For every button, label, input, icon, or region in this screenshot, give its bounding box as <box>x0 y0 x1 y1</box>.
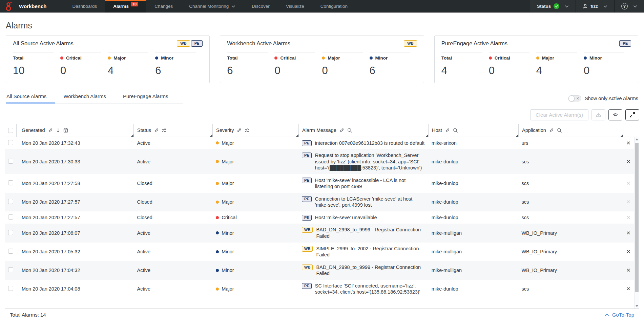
stat-label: Major <box>542 55 554 61</box>
sort-icon[interactable] <box>339 128 344 133</box>
stat-column: Critical 0 <box>274 52 315 77</box>
source-badge: WB <box>302 265 313 270</box>
close-icon[interactable]: ✕ <box>626 267 631 273</box>
source-badge: PE <box>302 178 312 183</box>
stat-column: Critical 0 <box>60 52 101 77</box>
severity-dot <box>216 288 219 291</box>
nav-item-alarms[interactable]: Alarms 10 <box>105 0 146 13</box>
stat-label: Critical <box>66 55 82 61</box>
help-menu[interactable]: ? <box>614 0 644 13</box>
stat-column: Major 4 <box>536 52 577 77</box>
card-stats: Total 6 Critical 0 Major 0 Minor 6 <box>227 52 417 77</box>
column-header-host: Host <box>429 124 519 137</box>
filter-icon[interactable] <box>245 128 249 133</box>
sort-icon[interactable] <box>445 128 450 133</box>
tab-workbench-alarms[interactable]: Workbench Alarms <box>63 91 115 104</box>
generated-cell: Mon 20 Jan 2020 17:04:32 <box>17 265 134 276</box>
arrow-down-icon[interactable] <box>56 128 60 133</box>
column-label: Host <box>432 128 442 133</box>
table-row[interactable]: Mon 20 Jan 2020 17:27:57 Closed Major PE… <box>5 193 634 211</box>
row-checkbox[interactable] <box>8 199 13 204</box>
table-row[interactable]: Mon 20 Jan 2020 17:04:32 Active Minor WB… <box>5 261 634 280</box>
nav-item-channel-monitoring[interactable]: Channel Monitoring <box>181 0 244 13</box>
nav-item-label: Visualize <box>286 4 304 9</box>
close-icon[interactable]: ✕ <box>626 286 631 292</box>
goto-top-link[interactable]: GoTo-Top <box>605 312 634 318</box>
status-menu-label: Status <box>537 4 551 9</box>
column-header-generated: Generated <box>17 124 134 137</box>
summary-card: PureEngage Active Alarms PE Total 4 Crit… <box>434 36 638 83</box>
source-badge: WB <box>302 227 313 233</box>
row-checkbox[interactable] <box>8 140 13 145</box>
tab-all-source-alarms[interactable]: All Source Alarms <box>6 91 55 104</box>
nav-item-discover[interactable]: Discover <box>244 0 278 13</box>
alarm-message: SIMPLE_2999_to_2002 - Registrar Connecti… <box>316 246 424 258</box>
close-icon[interactable]: ✕ <box>626 159 631 164</box>
user-icon <box>583 4 588 9</box>
alarms-table: GeneratedStatusSeverityAlarm MessageHost… <box>5 124 639 321</box>
stat-column: Critical 0 <box>489 52 529 77</box>
sort-icon[interactable] <box>549 128 554 133</box>
table-scrollbar[interactable] <box>634 137 639 308</box>
nav-item-changes[interactable]: Changes <box>146 0 181 13</box>
row-checkbox[interactable] <box>8 267 13 272</box>
scrollbar-thumb[interactable] <box>635 143 639 292</box>
column-header-status: Status <box>134 124 213 137</box>
table-row[interactable]: Mon 20 Jan 2020 17:32:43 Active Major PE… <box>5 137 634 150</box>
search-icon[interactable] <box>347 128 352 133</box>
toggle-knob[interactable] <box>568 95 575 101</box>
sort-icon[interactable] <box>237 128 242 133</box>
row-checkbox[interactable] <box>8 230 13 235</box>
stat-label: Critical <box>280 55 296 61</box>
table-row[interactable]: Mon 20 Jan 2020 17:04:08 Active Major PE… <box>5 280 634 298</box>
row-checkbox[interactable] <box>8 159 13 164</box>
user-menu[interactable]: fizz <box>576 0 614 13</box>
table-row[interactable]: Mon 20 Jan 2020 17:30:33 Active Major PE… <box>5 149 634 174</box>
close-icon[interactable]: ✕ <box>626 249 631 254</box>
row-checkbox[interactable] <box>8 180 13 185</box>
search-icon[interactable] <box>557 128 562 133</box>
table-row[interactable]: Mon 20 Jan 2020 17:27:58 Closed Major PE… <box>5 174 634 193</box>
chevron-down-icon <box>565 5 569 8</box>
row-checkbox[interactable] <box>8 286 13 291</box>
search-icon[interactable] <box>453 128 458 133</box>
severity-dot <box>489 56 492 60</box>
scroll-down-icon[interactable] <box>635 304 639 308</box>
download-button[interactable] <box>591 109 605 120</box>
alarm-message: Host 'mike-seve' inaccessible - LCA is n… <box>315 177 425 190</box>
close-icon[interactable]: ✕ <box>626 230 631 236</box>
table-row[interactable]: Mon 20 Jan 2020 17:05:32 Active Minor WB… <box>5 243 634 261</box>
severity-cell: Major <box>212 156 298 167</box>
sort-icon[interactable] <box>48 128 53 133</box>
fullscreen-button[interactable] <box>625 109 639 120</box>
filter-icon[interactable] <box>162 128 167 133</box>
clear-active-alarms-button[interactable]: Clear Active Alarm(s) <box>530 109 588 120</box>
column-header-message: Alarm Message <box>299 124 429 137</box>
column-label: Alarm Message <box>302 128 336 133</box>
tab-pureengage-alarms[interactable]: PureEngage Alarms <box>122 91 177 104</box>
severity-dot <box>536 56 539 60</box>
close-icon[interactable]: ✕ <box>626 140 631 146</box>
visibility-button[interactable] <box>608 109 622 120</box>
stat-column: Major 4 <box>108 52 148 77</box>
sort-icon[interactable] <box>154 128 159 133</box>
severity-dot <box>216 182 219 185</box>
row-checkbox[interactable] <box>8 249 13 254</box>
row-checkbox[interactable] <box>8 214 13 220</box>
nav-item-configuration[interactable]: Configuration <box>312 0 356 13</box>
application-cell: WB_IO_Primary <box>518 265 623 276</box>
status-menu[interactable]: Status <box>530 0 576 13</box>
table-row[interactable]: Mon 20 Jan 2020 17:27:57 Closed Critical… <box>5 211 634 224</box>
scroll-up-icon[interactable] <box>635 137 639 142</box>
severity-dot <box>322 56 325 60</box>
table-row[interactable]: Mon 20 Jan 2020 17:06:07 Active Minor WB… <box>5 224 634 242</box>
host-cell: mike-dunlop <box>428 178 518 189</box>
generated-cell: Mon 20 Jan 2020 17:06:07 <box>17 227 134 239</box>
calendar-icon[interactable] <box>63 128 68 133</box>
nav-item-visualize[interactable]: Visualize <box>278 0 312 13</box>
select-all-checkbox[interactable] <box>8 128 13 133</box>
alarm-message-cell: PE interaction 007e02e961312b83 is route… <box>298 137 428 150</box>
nav-item-dashboards[interactable]: Dashboards <box>64 0 105 13</box>
status-cell: Active <box>134 227 213 239</box>
active-alarms-toggle[interactable]: ✕ <box>568 95 581 101</box>
